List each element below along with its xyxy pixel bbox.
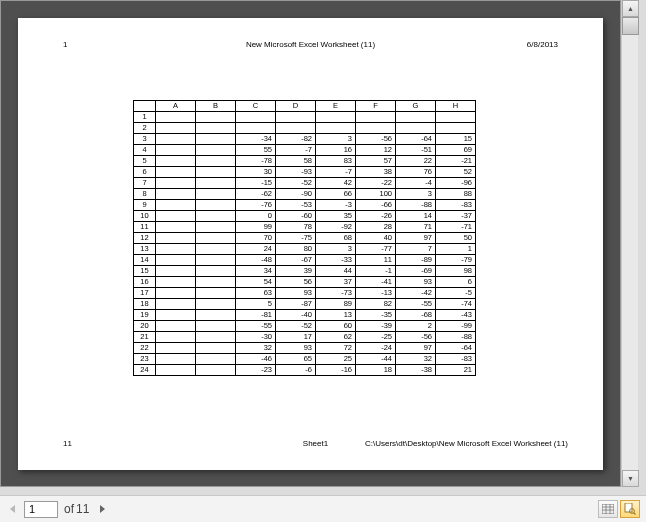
- page-header: New Microsoft Excel Worksheet (11) 1 6/8…: [63, 40, 558, 49]
- scroll-down-button[interactable]: ▼: [622, 470, 639, 487]
- cell: 37: [316, 276, 356, 287]
- cell: 1: [436, 243, 476, 254]
- cell: -60: [276, 210, 316, 221]
- cell: [196, 298, 236, 309]
- cell: [196, 199, 236, 210]
- cell: 18: [356, 364, 396, 375]
- current-page-input[interactable]: [24, 501, 58, 518]
- cell: [236, 111, 276, 122]
- prev-page-button[interactable]: [6, 502, 20, 516]
- cell: 54: [236, 276, 276, 287]
- page-zoom-icon: [624, 503, 636, 515]
- cell: [356, 111, 396, 122]
- cell: [156, 331, 196, 342]
- sheet-table-wrap: ABCDEFGH123-34-823-56-6415455-71612-5169…: [133, 100, 476, 376]
- cell: -51: [396, 144, 436, 155]
- cell: 98: [436, 265, 476, 276]
- cell: -23: [236, 364, 276, 375]
- table-row: 24-23-6-1618-3821: [134, 364, 476, 375]
- cell: -71: [436, 221, 476, 232]
- cell: [316, 111, 356, 122]
- table-row: 1270-7568409750: [134, 232, 476, 243]
- cell: 56: [276, 276, 316, 287]
- cell: 6: [436, 276, 476, 287]
- cell: [196, 221, 236, 232]
- table-row: 9-76-53-3-66-88-83: [134, 199, 476, 210]
- table-row: 5-7858835722-21: [134, 155, 476, 166]
- row-header: 11: [134, 221, 156, 232]
- cell: -76: [236, 199, 276, 210]
- cell: -74: [436, 298, 476, 309]
- cell: [196, 287, 236, 298]
- cell: [196, 122, 236, 133]
- next-page-button[interactable]: [95, 502, 109, 516]
- cell: [156, 166, 196, 177]
- cell: -83: [436, 199, 476, 210]
- sheet-table: ABCDEFGH123-34-823-56-6415455-71612-5169…: [133, 100, 476, 376]
- cell: 52: [436, 166, 476, 177]
- cell: -46: [236, 353, 276, 364]
- cell: -1: [356, 265, 396, 276]
- col-header: H: [436, 100, 476, 111]
- cell: 93: [276, 287, 316, 298]
- cell: [396, 111, 436, 122]
- cell: [196, 331, 236, 342]
- cell: -83: [436, 353, 476, 364]
- table-row: 100-6035-2614-37: [134, 210, 476, 221]
- cell: -53: [276, 199, 316, 210]
- preview-viewport: New Microsoft Excel Worksheet (11) 1 6/8…: [0, 0, 621, 487]
- cell: [196, 243, 236, 254]
- table-row: 23-466525-4432-83: [134, 353, 476, 364]
- cell: -66: [356, 199, 396, 210]
- view-normal-button[interactable]: [598, 500, 618, 518]
- cell: 93: [396, 276, 436, 287]
- col-header: A: [156, 100, 196, 111]
- table-row: 22329372-2497-64: [134, 342, 476, 353]
- cell: 93: [276, 342, 316, 353]
- cell: [156, 144, 196, 155]
- cell: 28: [356, 221, 396, 232]
- cell: 78: [276, 221, 316, 232]
- cell: [156, 254, 196, 265]
- cell: 7: [396, 243, 436, 254]
- footer-sheet-name: Sheet1: [63, 439, 568, 448]
- vertical-scrollbar[interactable]: ▲ ▼: [621, 0, 638, 487]
- table-row: 1: [134, 111, 476, 122]
- cell: 40: [356, 232, 396, 243]
- cell: -26: [356, 210, 396, 221]
- cell: -22: [356, 177, 396, 188]
- cell: [316, 122, 356, 133]
- row-header: 5: [134, 155, 156, 166]
- view-zoom-button[interactable]: [620, 500, 640, 518]
- cell: 58: [276, 155, 316, 166]
- cell: -99: [436, 320, 476, 331]
- cell: 57: [356, 155, 396, 166]
- cell: [196, 342, 236, 353]
- cell: 35: [316, 210, 356, 221]
- scroll-up-button[interactable]: ▲: [622, 0, 639, 17]
- col-header: E: [316, 100, 356, 111]
- cell: 3: [396, 188, 436, 199]
- cell: [196, 210, 236, 221]
- cell: -42: [396, 287, 436, 298]
- cell: -56: [396, 331, 436, 342]
- cell: -6: [276, 364, 316, 375]
- table-row: 8-62-9066100388: [134, 188, 476, 199]
- cell: 3: [316, 133, 356, 144]
- cell: 55: [236, 144, 276, 155]
- cell: 44: [316, 265, 356, 276]
- scroll-thumb[interactable]: [622, 17, 639, 35]
- cell: -64: [436, 342, 476, 353]
- cell: -75: [276, 232, 316, 243]
- cell: -89: [396, 254, 436, 265]
- row-header: 23: [134, 353, 156, 364]
- cell: 12: [356, 144, 396, 155]
- cell: -41: [356, 276, 396, 287]
- row-header: 15: [134, 265, 156, 276]
- cell: [156, 155, 196, 166]
- cell: -81: [236, 309, 276, 320]
- table-row: 21-301762-25-56-88: [134, 331, 476, 342]
- cell: [156, 353, 196, 364]
- row-header: 18: [134, 298, 156, 309]
- cell: -69: [396, 265, 436, 276]
